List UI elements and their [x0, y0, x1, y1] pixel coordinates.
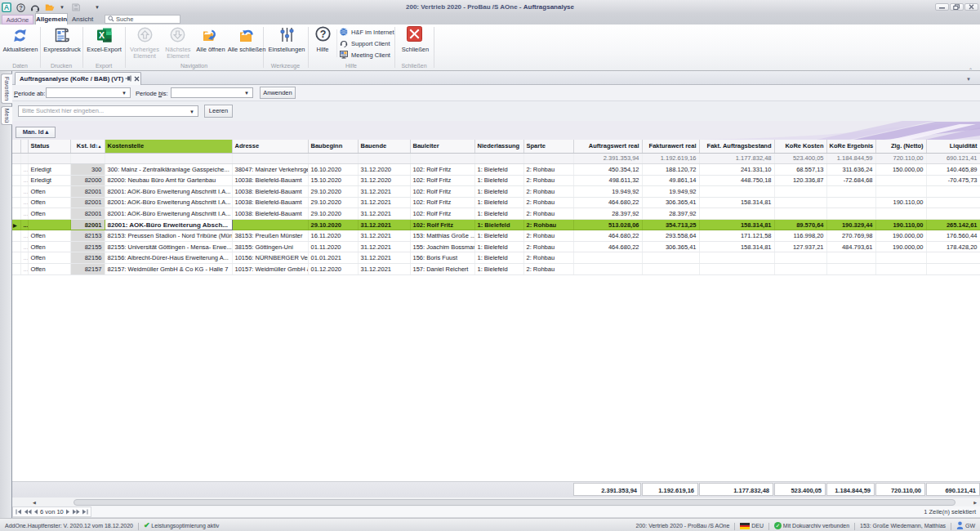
svg-text:?: ? — [320, 29, 327, 40]
svg-text:?: ? — [19, 4, 23, 11]
svg-text:X: X — [99, 30, 105, 40]
svg-text:A: A — [4, 3, 10, 11]
